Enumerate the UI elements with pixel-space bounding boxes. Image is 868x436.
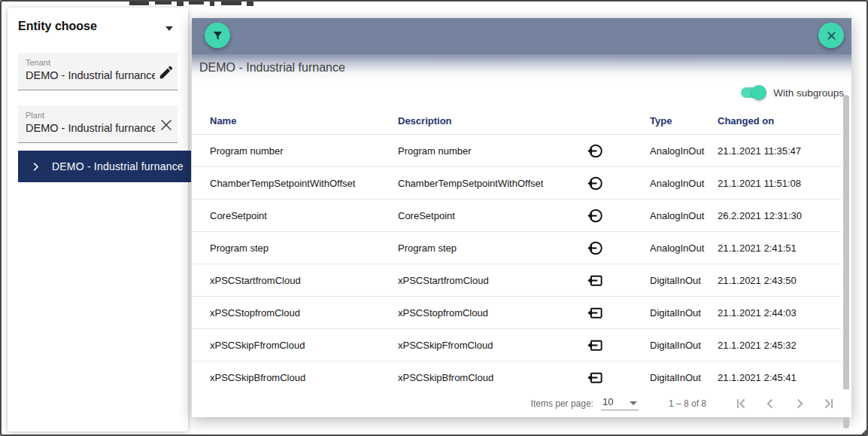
cell-description: xPSCSkipFfromCloud [398, 340, 586, 351]
cell-changed-on: 21.1.2021 2:44:03 [718, 307, 841, 319]
first-page-button[interactable] [732, 395, 750, 413]
cell-type: DigitalInOut [650, 340, 718, 351]
plant-field-value: DEMO - Industrial furnance [26, 122, 155, 134]
cell-changed-on: 21.1.2021 2:41:51 [718, 242, 841, 254]
chevron-right-icon [791, 395, 808, 412]
cell-changed-on: 21.1.2021 11:35:47 [718, 145, 841, 157]
previous-page-button[interactable] [761, 395, 779, 413]
analog-inout-icon [586, 175, 603, 192]
cell-name: CoreSetpoint [210, 210, 398, 221]
cell-changed-on: 21.1.2021 2:45:32 [718, 340, 841, 351]
table-header-row: Name Description Type Changed on [192, 107, 841, 135]
chevron-left-icon [762, 395, 778, 412]
table-row[interactable]: ChamberTempSetpointWithOffset ChamberTem… [192, 167, 841, 200]
column-header-type[interactable]: Type [650, 115, 718, 127]
cell-name: xPSCStartfromCloud [210, 275, 398, 286]
table-body: Program number Program number AnalogInOu… [192, 135, 841, 389]
items-per-page-label: Items per page: [531, 398, 593, 409]
analog-inout-icon [586, 175, 650, 192]
filter-button[interactable] [205, 23, 230, 48]
analog-inout-icon [586, 142, 603, 160]
items-per-page-select[interactable]: 10 [601, 396, 639, 410]
cell-type: AnalogInOut [650, 210, 718, 221]
cell-description: xPSCStopfromCloud [398, 307, 586, 319]
last-page-icon [821, 395, 837, 412]
digital-inout-icon [586, 369, 650, 386]
digital-inout-icon [586, 337, 650, 354]
cell-name: ChamberTempSetpointWithOffset [210, 178, 398, 189]
clear-x-icon[interactable] [158, 117, 175, 133]
column-header-changed-on[interactable]: Changed on [718, 115, 841, 127]
digital-inout-icon [586, 304, 650, 322]
edit-pencil-icon[interactable] [158, 64, 175, 81]
cell-type: AnalogInOut [650, 178, 718, 189]
entity-sidebar: Entity choose Tenant DEMO - Industrial f… [8, 8, 188, 431]
column-header-description[interactable]: Description [398, 115, 586, 127]
signals-dialog: DEMO - Industrial furnance With subgroup… [192, 18, 851, 417]
chevron-down-icon [630, 401, 637, 405]
analog-inout-icon [586, 239, 603, 257]
table-row[interactable]: xPSCStartfromCloud xPSCStartfromCloud Di… [192, 264, 841, 297]
filter-funnel-icon [211, 29, 225, 43]
cell-changed-on: 21.1.2021 2:45:41 [718, 372, 841, 383]
chevron-right-icon [30, 161, 41, 172]
cell-name: Program number [210, 145, 398, 157]
plant-field-label: Plant [26, 111, 155, 120]
digital-inout-icon [586, 337, 603, 354]
cell-changed-on: 26.2.2021 12:31:30 [718, 210, 841, 221]
cell-description: ChamberTempSetpointWithOffset [398, 178, 586, 189]
tenant-field[interactable]: Tenant DEMO - Industrial furnance [18, 53, 178, 90]
analog-inout-icon [586, 239, 650, 257]
cell-description: xPSCStartfromCloud [398, 275, 586, 286]
table-row[interactable]: xPSCSkipFfromCloud xPSCSkipFfromCloud Di… [192, 329, 841, 361]
table-row[interactable]: CoreSetpoint CoreSetpoint AnalogInOut 26… [192, 200, 841, 232]
entity-choose-title: Entity choose [18, 20, 97, 32]
cell-description: xPSCSkipBfromCloud [398, 372, 586, 383]
table-row[interactable]: Program number Program number AnalogInOu… [192, 135, 841, 167]
dialog-header-bar [192, 18, 851, 54]
analog-inout-icon [586, 207, 603, 224]
table-row[interactable]: Program step Program step AnalogInOut 21… [192, 232, 841, 264]
cell-type: AnalogInOut [650, 242, 718, 254]
vertical-scrollbar[interactable] [843, 95, 849, 428]
cell-name: Program step [210, 242, 398, 254]
cell-name: xPSCStopfromCloud [210, 307, 398, 319]
cell-type: AnalogInOut [650, 145, 718, 157]
last-page-button[interactable] [820, 395, 838, 413]
cell-type: DigitalInOut [650, 307, 718, 319]
dialog-title-strip: DEMO - Industrial furnance [192, 54, 851, 81]
items-per-page-value: 10 [602, 396, 619, 407]
cell-name: xPSCSkipBfromCloud [210, 372, 398, 383]
tenant-field-value: DEMO - Industrial furnance [26, 69, 155, 81]
table-row[interactable]: xPSCSkipBfromCloud xPSCSkipBfromCloud Di… [192, 361, 841, 389]
paginator: Items per page: 10 1 – 8 of 8 [192, 389, 851, 417]
cell-description: Program step [398, 242, 586, 254]
window-resize-corner[interactable] [861, 429, 866, 434]
digital-inout-icon [586, 272, 603, 289]
close-x-icon [825, 29, 838, 42]
column-header-name[interactable]: Name [210, 115, 398, 127]
cell-description: Program number [398, 145, 586, 157]
dialog-title: DEMO - Industrial furnance [199, 61, 345, 75]
tree-item-label: DEMO - Industrial furnance [52, 160, 184, 172]
digital-inout-icon [586, 369, 603, 386]
analog-inout-icon [586, 207, 650, 224]
pagination-controls [732, 395, 838, 413]
cell-changed-on: 21.1.2021 11:51:08 [718, 178, 841, 189]
plant-field[interactable]: Plant DEMO - Industrial furnance [18, 105, 178, 143]
cell-description: CoreSetpoint [398, 210, 586, 221]
analog-inout-icon [586, 142, 650, 160]
cell-type: DigitalInOut [650, 275, 718, 286]
with-subgroups-toggle[interactable] [741, 85, 766, 100]
next-page-button[interactable] [791, 395, 809, 413]
tenant-field-label: Tenant [26, 58, 155, 67]
sidebar-tree-item-demo-furnance[interactable]: DEMO - Industrial furnance [18, 151, 191, 182]
entity-choose-header[interactable]: Entity choose [18, 20, 178, 38]
table-row[interactable]: xPSCStopfromCloud xPSCStopfromCloud Digi… [192, 297, 841, 329]
cell-changed-on: 21.1.2021 2:43:50 [718, 275, 841, 286]
close-dialog-button[interactable] [818, 23, 844, 48]
cell-type: DigitalInOut [650, 372, 718, 383]
cell-name: xPSCSkipFfromCloud [210, 340, 398, 351]
page-range-label: 1 – 8 of 8 [669, 398, 706, 409]
with-subgroups-label: With subgroups [773, 87, 844, 99]
